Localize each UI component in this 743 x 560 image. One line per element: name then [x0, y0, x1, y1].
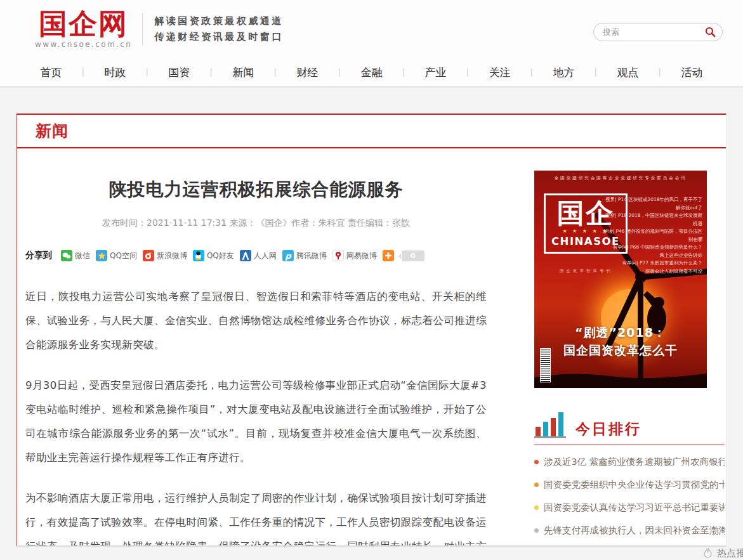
nav-item-opinion[interactable]: 观点: [596, 58, 660, 86]
flame-icon: [702, 547, 713, 559]
tagline-line-2: 传递财经资讯最及时窗口: [154, 29, 284, 45]
ranking-item-2[interactable]: 国资委党委组织中央企业传达学习贯彻党的十: [534, 479, 725, 491]
article: 陕投电力运营积极拓展综合能源服务 发布时间：2021-11-11 17:31 来…: [25, 148, 487, 547]
ranking-item-1[interactable]: 涉及近3亿 紫鑫药业债务逾期被广州农商银行: [534, 456, 725, 468]
article-paragraph-2: 9月30日起，受西安皇冠假日酒店委托，电力运营公司等级检修事业部正式启动“金信国…: [25, 374, 487, 470]
article-paragraph-1: 近日，陕投电力运营公司实地考察了皇冠假日、智选假日和索菲特等酒店的变电站、开关柜…: [25, 285, 487, 357]
magazine-headline: 乘上这些企业告诉你: [602, 252, 702, 260]
search-input[interactable]: [593, 23, 723, 41]
nav-item-finance[interactable]: 财经: [275, 58, 339, 86]
ranking-list: 涉及近3亿 紫鑫药业债务逾期被广州农商银行 国资委党委组织中央企业传达学习贯彻党…: [534, 456, 725, 547]
rank-bullet-3: [534, 505, 539, 510]
magazine-barcode: [540, 348, 551, 382]
sidebar: 全国党建研究会国有企业党建研究专业委员会会刊 国企 ★ ★ ★ ★ ★ CHIN…: [534, 148, 726, 547]
share-qq[interactable]: QQ好友: [193, 250, 234, 261]
share-qzone-label: QQ空间: [110, 251, 137, 261]
search-box: [593, 23, 723, 41]
share-wechat[interactable]: 微信: [61, 250, 90, 261]
site-logo-url: www.cnsoe.com.cn: [35, 40, 132, 49]
content-card: 新闻 陕投电力运营积极拓展综合能源服务 发布时间：2021-11-11 17:3…: [16, 114, 727, 547]
netease-weibo-icon: [332, 250, 344, 261]
share-tencent-weibo[interactable]: p 腾讯微博: [282, 250, 327, 261]
hot-recommend-label: 热点推: [717, 547, 743, 559]
share-qq-label: QQ好友: [207, 251, 234, 261]
article-title: 陕投电力运营积极拓展综合能源服务: [25, 178, 487, 202]
ranking-item-3[interactable]: 国资委党委认真传达学习习近平总书记重要讲: [534, 502, 725, 514]
search-icon[interactable]: [705, 27, 716, 37]
magazine-headline: 视界| P14 区块链成2018年的风口，再干不了解你就out了: [602, 196, 702, 212]
share-sina-weibo-label: 新浪微博: [157, 251, 187, 261]
nav-item-soe[interactable]: 国资: [147, 58, 211, 86]
share-wechat-label: 微信: [75, 251, 90, 261]
magazine-main-title: “剧透”2018： 国企国资改革怎么干: [534, 323, 707, 359]
magazine-title-line-1: “剧透”2018：: [534, 323, 707, 341]
magazine-headline: 解读| P46 境外投资的规则与陷阱，项目办法区别在哪: [602, 228, 702, 244]
site-logo[interactable]: 国企网 www.cnsoe.com.cn: [35, 10, 132, 49]
bar-chart-icon: [534, 411, 567, 439]
ranking-item-text: 先锋支付再成被执行人，因未回补资金至渤海: [544, 524, 725, 537]
nav-item-news[interactable]: 新闻: [211, 58, 275, 86]
qq-penguin-icon: [193, 250, 204, 261]
sina-weibo-icon: [143, 250, 154, 261]
nav-item-industry[interactable]: 产业: [404, 58, 468, 86]
share-label: 分享到: [25, 250, 52, 261]
share-sina-weibo[interactable]: 新浪微博: [143, 250, 187, 261]
rank-bullet-2: [534, 483, 539, 487]
nav-item-focus[interactable]: 关注: [468, 58, 532, 86]
site-tagline: 解读国资政策最权威通道 传递财经资讯最及时窗口: [154, 13, 284, 45]
nav-item-politics[interactable]: 时政: [83, 58, 147, 86]
section-title: 新闻: [36, 120, 69, 141]
ranking-item-text: 涉及近3亿 紫鑫药业债务逾期被广州农商银行: [544, 456, 725, 468]
ranking-header: 今日排行: [534, 411, 725, 445]
hot-recommend-link[interactable]: 热点推: [0, 547, 743, 560]
share-qzone[interactable]: QQ空间: [96, 250, 137, 261]
magazine-headline: 有学问| P68 中国制造业领新趋势是什么？: [602, 244, 702, 252]
share-count-badge[interactable]: 0: [402, 251, 424, 261]
tencent-weibo-icon: p: [282, 250, 294, 261]
magazine-title-line-2: 国企国资改革怎么干: [534, 341, 707, 359]
magazine-headline: 得极会让人刮目相看不可没: [602, 268, 702, 276]
nav-item-banking[interactable]: 金融: [339, 58, 404, 86]
ranking-item-4[interactable]: 先锋支付再成被执行人，因未回补资金至渤海: [534, 524, 725, 537]
ranking-item-text: 国资委党委认真传达学习习近平总书记重要讲: [544, 502, 725, 514]
magazine-headline: 观察| P18 2018，中国区块链迎来全球发展新机遇: [602, 212, 702, 228]
magazine-top-line: 全国党建研究会国有企业党建研究专业委员会会刊: [534, 175, 707, 181]
nav-item-local[interactable]: 地方: [532, 58, 596, 86]
share-more-button[interactable]: [383, 250, 394, 261]
share-bar: 分享到 微信 QQ空间 新浪微博: [25, 250, 487, 261]
qzone-star-icon: [96, 250, 107, 261]
site-header: 国企网 www.cnsoe.com.cn 解读国资政策最权威通道 传递财经资讯最…: [0, 0, 743, 58]
site-logo-title: 国企网: [35, 10, 132, 39]
section-header: 新闻: [17, 115, 726, 148]
header-divider: [142, 13, 143, 46]
article-paragraph-3: 为不影响酒店大厦正常用电，运行维护人员制定了周密的作业计划，确保试验项目按计划可…: [25, 486, 487, 547]
rank-bullet-1: [534, 460, 539, 464]
share-netease-weibo[interactable]: 网易微博: [332, 250, 377, 261]
main-nav: 首页 时政 国资 新闻 财经 金融 产业 关注 地方 观点 活动: [0, 58, 743, 88]
ranking-title: 今日排行: [575, 419, 641, 439]
tagline-line-1: 解读国资政策最权威通道: [154, 13, 284, 29]
share-netease-weibo-label: 网易微博: [346, 251, 377, 261]
share-renren-label: 人人网: [254, 251, 277, 261]
share-tencent-weibo-label: 腾讯微博: [296, 251, 327, 261]
nav-item-events[interactable]: 活动: [660, 58, 724, 86]
wechat-icon: [61, 250, 72, 261]
rank-bullet-4: [534, 528, 539, 533]
magazine-headline: 有学问| P77 永辉超市盈利为什么高？: [602, 259, 702, 268]
magazine-headlines: 视界| P14 区块链成2018年的风口，再干不了解你就out了 观察| P18…: [602, 196, 702, 275]
share-renren[interactable]: 人人网: [240, 250, 277, 261]
renren-person-icon: [240, 250, 251, 261]
ranking-item-text: 国资委党委组织中央企业传达学习贯彻党的十: [544, 479, 725, 491]
magazine-cover[interactable]: 全国党建研究会国有企业党建研究专业委员会会刊 国企 ★ ★ ★ ★ ★ CHIN…: [534, 171, 707, 388]
nav-item-home[interactable]: 首页: [19, 58, 83, 86]
article-meta: 发布时间：2021-11-11 17:31 来源：《国企》作者：朱科宜 责任编辑…: [25, 218, 487, 229]
